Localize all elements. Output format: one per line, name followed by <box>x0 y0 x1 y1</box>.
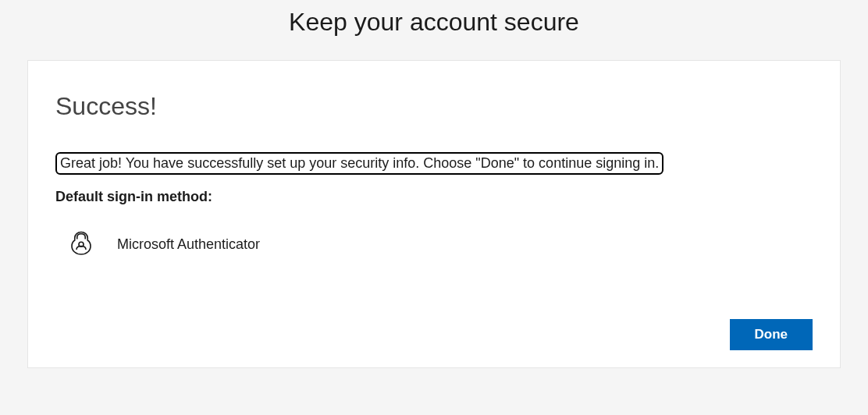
method-name: Microsoft Authenticator <box>117 236 260 253</box>
success-message: Great job! You have successfully set up … <box>55 152 663 175</box>
authenticator-icon <box>67 229 95 260</box>
content-card: Success! Great job! You have successfull… <box>27 60 841 368</box>
done-button[interactable]: Done <box>730 319 813 350</box>
button-row: Done <box>730 319 813 350</box>
page-title: Keep your account secure <box>0 8 868 37</box>
page-header: Keep your account secure <box>0 0 868 60</box>
default-method-label: Default sign-in method: <box>55 189 813 205</box>
method-row: Microsoft Authenticator <box>55 229 813 260</box>
success-heading: Success! <box>55 92 813 121</box>
